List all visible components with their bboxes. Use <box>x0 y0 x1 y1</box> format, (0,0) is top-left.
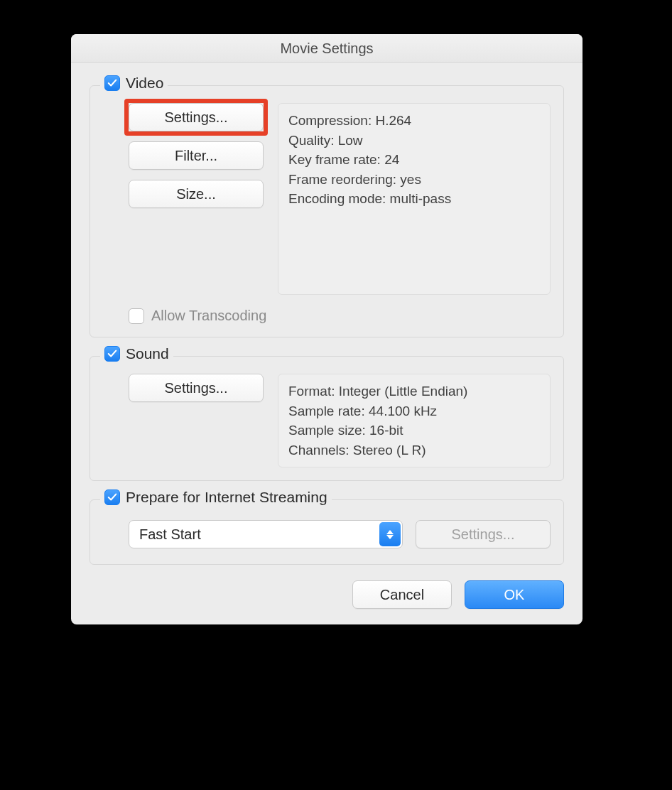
video-button-column: Settings... Filter... Size... <box>129 103 264 295</box>
streaming-select[interactable]: Fast Start <box>129 520 403 548</box>
streaming-group: Prepare for Internet Streaming Fast Star… <box>90 499 564 565</box>
sound-body: Settings... Format: Integer (Little Endi… <box>103 369 551 467</box>
video-group: Video Settings... Filter... Size... Comp… <box>90 85 564 337</box>
video-settings-highlight: Settings... <box>124 99 268 136</box>
cancel-button[interactable]: Cancel <box>352 580 452 609</box>
allow-transcoding-checkbox[interactable] <box>129 308 144 324</box>
check-icon <box>107 78 117 88</box>
video-info-quality: Quality: Low <box>288 131 540 151</box>
video-info-keyframe: Key frame rate: 24 <box>288 150 540 170</box>
sound-checkbox[interactable] <box>104 346 120 362</box>
sound-button-column: Settings... <box>129 374 264 467</box>
video-info-compression: Compression: H.264 <box>288 111 540 131</box>
sound-info-panel: Format: Integer (Little Endian) Sample r… <box>278 374 551 467</box>
sound-settings-button[interactable]: Settings... <box>129 374 264 402</box>
video-info-reorder: Frame reordering: yes <box>288 170 540 190</box>
video-info-encoding: Encoding mode: multi-pass <box>288 189 540 209</box>
video-body: Settings... Filter... Size... Compressio… <box>103 99 551 295</box>
movie-settings-dialog: Movie Settings Video Settings... Filter.… <box>71 34 582 624</box>
sound-group-header: Sound <box>100 345 173 362</box>
allow-transcoding-label: Allow Transcoding <box>151 308 266 324</box>
streaming-label: Prepare for Internet Streaming <box>126 489 327 506</box>
video-info-panel: Compression: H.264 Quality: Low Key fram… <box>278 103 551 295</box>
dialog-content: Video Settings... Filter... Size... Comp… <box>71 63 582 624</box>
video-filter-button[interactable]: Filter... <box>129 141 264 170</box>
streaming-checkbox[interactable] <box>104 489 120 505</box>
video-group-header: Video <box>100 75 168 92</box>
chevron-updown-icon <box>379 522 401 546</box>
sound-group: Sound Settings... Format: Integer (Littl… <box>90 356 564 481</box>
dialog-footer: Cancel OK <box>90 578 564 609</box>
video-checkbox[interactable] <box>104 75 120 91</box>
sound-info-format: Format: Integer (Little Endian) <box>288 382 540 401</box>
dialog-title: Movie Settings <box>71 34 582 63</box>
allow-transcoding-row: Allow Transcoding <box>129 308 551 324</box>
sound-info-sample-size: Sample size: 16-bit <box>288 421 540 440</box>
check-icon <box>107 492 117 502</box>
sound-info-channels: Channels: Stereo (L R) <box>288 440 540 460</box>
streaming-row: Fast Start Settings... <box>103 513 551 551</box>
streaming-group-header: Prepare for Internet Streaming <box>100 489 332 506</box>
video-settings-button[interactable]: Settings... <box>129 103 264 131</box>
sound-info-sample-rate: Sample rate: 44.100 kHz <box>288 401 540 421</box>
sound-label: Sound <box>126 345 169 362</box>
streaming-select-value: Fast Start <box>129 520 403 548</box>
ok-button[interactable]: OK <box>465 580 564 609</box>
video-label: Video <box>126 75 163 92</box>
streaming-settings-button: Settings... <box>416 520 551 548</box>
video-size-button[interactable]: Size... <box>129 180 264 208</box>
check-icon <box>107 349 117 359</box>
